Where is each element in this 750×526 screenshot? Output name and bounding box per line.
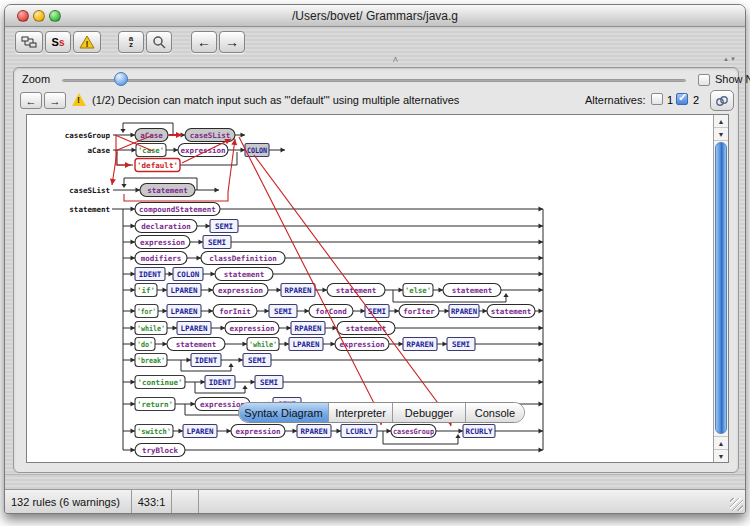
diagram-node[interactable]: LPAREN: [167, 305, 201, 318]
diagram-node[interactable]: SEMI: [243, 354, 271, 367]
alternative-1-checkbox[interactable]: [651, 93, 663, 105]
diagram-node[interactable]: aCase: [135, 129, 168, 142]
next-warning-button[interactable]: →: [44, 92, 66, 109]
diagram-node[interactable]: 'if': [135, 284, 157, 297]
diagram-node[interactable]: RPAREN: [281, 284, 315, 297]
diagram-node[interactable]: 'for': [135, 305, 158, 318]
diagram-node[interactable]: compoundStatement: [135, 203, 220, 216]
tab-debugger[interactable]: Debugger: [393, 403, 466, 422]
diagram-icon: [21, 36, 37, 48]
scrollbar-thumb[interactable]: [715, 142, 727, 434]
diagram-node[interactable]: SEMI: [365, 305, 389, 318]
diagram-node[interactable]: 'else': [403, 284, 433, 297]
sort-az-button[interactable]: az: [118, 31, 144, 53]
diagram-node[interactable]: RPAREN: [297, 425, 331, 438]
svg-text:'if': 'if': [137, 286, 155, 295]
vertical-scrollbar[interactable]: ▲ ▼ ▲ ▼: [713, 115, 728, 462]
sort-rules-button[interactable]: Ss: [45, 31, 71, 53]
svg-text:LPAREN: LPAREN: [170, 286, 198, 295]
diagram-node[interactable]: SEMI: [269, 305, 297, 318]
find-button[interactable]: [146, 31, 172, 53]
diagram-node[interactable]: 'switch': [135, 425, 173, 438]
diagram-node[interactable]: expression: [178, 144, 228, 157]
show-nfa-label: Show NFA: [715, 73, 750, 85]
diagram-node[interactable]: classDefinition: [201, 252, 285, 265]
diagram-node[interactable]: tryBlock: [135, 444, 185, 457]
diagram-node[interactable]: statement: [487, 305, 535, 318]
syntax-diagram-button[interactable]: [15, 31, 43, 53]
diagram-node[interactable]: IDENT: [205, 376, 235, 389]
back-button[interactable]: ←: [191, 31, 217, 53]
svg-text:LPAREN: LPAREN: [292, 340, 320, 349]
diagram-node[interactable]: statement: [327, 284, 385, 297]
resize-grip[interactable]: [730, 498, 743, 511]
diagram-node[interactable]: LPAREN: [177, 322, 211, 335]
diagram-node[interactable]: SEMI: [203, 236, 231, 249]
zoom-slider-thumb[interactable]: [114, 72, 128, 86]
show-nfa-checkbox[interactable]: [698, 74, 710, 86]
diagram-node[interactable]: RPAREN: [291, 322, 325, 335]
tab-console[interactable]: Console: [466, 403, 524, 422]
zoom-slider-track[interactable]: [62, 79, 686, 82]
diagram-node[interactable]: expression: [213, 284, 268, 297]
svg-text:casesGroup: casesGroup: [65, 131, 111, 140]
diagram-node[interactable]: expression: [335, 338, 389, 351]
scroll-up-icon[interactable]: ▲: [714, 436, 728, 449]
diagram-node[interactable]: LPAREN: [289, 338, 323, 351]
svg-text:'return': 'return': [137, 400, 173, 409]
diagram-node[interactable]: IDENT: [135, 268, 165, 281]
diagram-node[interactable]: 'break': [135, 354, 167, 367]
link-grammar-button[interactable]: [710, 90, 734, 111]
diagram-node[interactable]: statement: [443, 284, 501, 297]
warning-icon: !: [79, 35, 95, 49]
diagram-node[interactable]: 'return': [135, 398, 175, 411]
svg-text:RPAREN: RPAREN: [300, 427, 328, 436]
diagram-node[interactable]: 'default': [135, 159, 180, 172]
diagram-node[interactable]: forIter: [399, 305, 439, 318]
diagram-node[interactable]: 'while': [247, 338, 279, 351]
diagram-node[interactable]: expression: [231, 425, 285, 438]
diagram-node[interactable]: SEMI: [447, 338, 475, 351]
diagram-node[interactable]: forInit: [213, 305, 257, 318]
svg-text:SEMI: SEMI: [368, 307, 386, 316]
diagram-node[interactable]: statement: [167, 338, 225, 351]
svg-text:IDENT: IDENT: [209, 378, 232, 387]
diagram-node[interactable]: IDENT: [191, 354, 221, 367]
arrow-right-icon: →: [225, 35, 239, 49]
tab-interpreter[interactable]: Interpreter: [329, 403, 393, 422]
diagram-node[interactable]: 'do': [135, 338, 155, 351]
diagram-node[interactable]: expression: [225, 322, 279, 335]
diagram-node[interactable]: 'continue': [135, 376, 185, 389]
diagram-node[interactable]: LPAREN: [183, 425, 217, 438]
diagram-node[interactable]: RPAREN: [403, 338, 437, 351]
diagram-node[interactable]: statement: [140, 184, 195, 197]
svg-text:statement: statement: [452, 286, 493, 295]
scroll-down-icon[interactable]: ▼: [714, 449, 728, 462]
statusbar-divider: [5, 474, 745, 475]
diagram-node[interactable]: COLON: [173, 268, 203, 281]
diagram-node[interactable]: LCURLY: [341, 425, 377, 438]
warnings-button[interactable]: !: [73, 31, 101, 53]
az-icon: az: [129, 36, 133, 48]
diagram-node[interactable]: forCond: [309, 305, 353, 318]
diagram-node[interactable]: 'while': [135, 322, 167, 335]
diagram-node[interactable]: SEMI: [210, 220, 238, 233]
diagram-node[interactable]: SEMI: [255, 376, 283, 389]
diagram-node[interactable]: statement: [215, 268, 273, 281]
diagram-node[interactable]: RPAREN: [449, 305, 479, 318]
scroll-up-icon[interactable]: ▲: [714, 115, 728, 128]
diagram-node[interactable]: casesGroup: [391, 425, 436, 438]
prev-warning-button[interactable]: ←: [20, 92, 42, 109]
alternative-2-checkbox[interactable]: [676, 93, 688, 105]
tab-syntax-diagram[interactable]: Syntax Diagram: [239, 403, 329, 422]
splitter-bar[interactable]: ᐱ ▲▼: [5, 57, 745, 67]
diagram-node[interactable]: modifiers: [135, 252, 187, 265]
diagram-node[interactable]: RCURLY: [463, 425, 495, 438]
diagram-node[interactable]: declaration: [135, 220, 197, 233]
title-bar[interactable]: /Users/bovet/ Grammars/java.g: [5, 5, 745, 27]
diagram-node[interactable]: expression: [135, 236, 190, 249]
forward-button[interactable]: →: [219, 31, 245, 53]
diagram-node[interactable]: COLON: [245, 144, 269, 157]
scroll-down-icon[interactable]: ▼: [714, 128, 728, 141]
diagram-node[interactable]: LPAREN: [167, 284, 201, 297]
